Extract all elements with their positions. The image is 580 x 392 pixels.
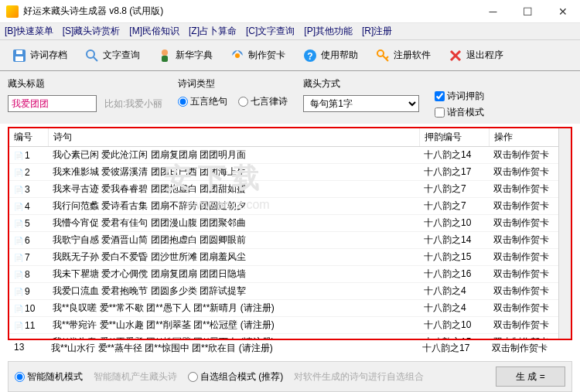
- toolbar-query[interactable]: 文字查询: [77, 44, 147, 67]
- col-rhyme[interactable]: 押韵编号: [419, 128, 489, 147]
- table-row[interactable]: 11我**带宛许 爱**山水趣 团**削翠茎 团**松冠壁 (请注册)十八韵之1…: [9, 317, 571, 334]
- table-row[interactable]: 8我未下瞿塘 爱才心倜傥 团扇复团扇 团团日隐墙十八韵之16双击制作贺卡: [9, 266, 571, 283]
- results-table: 编号 诗句 押韵编号 操作 1我心素已闲 爱此沧江闲 团扇复团扇 团团明月面十八…: [9, 128, 571, 340]
- card-icon: [230, 48, 245, 63]
- svg-point-5: [162, 49, 168, 56]
- table-row[interactable]: 4我行问范蠡 爱诗看古集 团扇不辞劳 团圆过朝夕十八韵之7双击制作贺卡: [9, 198, 571, 215]
- menu-register[interactable]: [R]注册: [362, 25, 392, 38]
- radio-custom-mode[interactable]: 自选组合模式 (推荐): [188, 370, 283, 383]
- app-icon: [6, 5, 19, 18]
- results-panel: 安下载 www.anxz.com 编号 诗句 押韵编号 操作 1我心素已闲 爱此…: [8, 127, 572, 340]
- overflow-row[interactable]: 13 我**山水行 爱**蒸牛径 团**惊围中 团**欣在目 (请注册) 十八韵…: [8, 340, 572, 356]
- custom-mode-hint: 对软件生成的诗句进行自选组合: [294, 370, 424, 383]
- scrollbar[interactable]: [558, 128, 571, 339]
- table-row[interactable]: 5我懵今宵促 爱君有佳句 团团漫山腹 团团聚邻曲十八韵之10双击制作贺卡: [9, 215, 571, 232]
- table-row[interactable]: 9我爱口流血 爱君抱晚节 团圆多少类 团辞试提挈十八韵之4双击制作贺卡: [9, 283, 571, 300]
- menu-fortune[interactable]: [Z]占卜算命: [189, 25, 237, 38]
- svg-rect-1: [15, 56, 23, 61]
- radio-wuyan[interactable]: 五言绝句: [178, 95, 227, 108]
- col-number[interactable]: 编号: [9, 128, 48, 147]
- menu-bar: [B]快速菜单 [S]藏头诗赏析 [M]民俗知识 [Z]占卜算命 [C]文字查询…: [0, 23, 580, 40]
- minimize-button[interactable]: ─: [476, 0, 510, 22]
- close-button[interactable]: ✕: [545, 0, 580, 22]
- menu-other[interactable]: [P]其他功能: [304, 25, 353, 38]
- menu-quick[interactable]: [B]快速菜单: [5, 25, 53, 38]
- toolbar-dict[interactable]: 新华字典: [150, 44, 220, 67]
- title-label: 藏头标题: [8, 77, 162, 90]
- col-poem[interactable]: 诗句: [48, 128, 419, 147]
- toolbar-save[interactable]: 诗词存档: [5, 44, 74, 67]
- menu-appreciate[interactable]: [S]藏头诗赏析: [63, 25, 121, 38]
- disk-icon: [12, 48, 27, 63]
- check-homophone[interactable]: 谐音模式: [435, 106, 484, 119]
- exit-icon: [448, 48, 463, 63]
- table-row[interactable]: 2我来准影城 爱彼潺溪清 团团日已西 团团海上生十八韵之17双击制作贺卡: [9, 164, 571, 181]
- table-row[interactable]: 6我歌宁自感 爱酒晋山简 团团抱虚白 团圆卿眼前十八韵之14双击制作贺卡: [9, 232, 571, 249]
- menu-folklore[interactable]: [M]民俗知识: [129, 25, 179, 38]
- table-row[interactable]: 1我心素已闲 爱此沧江闲 团扇复团扇 团团明月面十八韵之14双击制作贺卡: [9, 147, 571, 164]
- toolbar-help[interactable]: ?使用帮助: [295, 44, 365, 67]
- table-row[interactable]: 3我来寻古迹 爱我春睿碧 团团抱虚白 团团甜如蜜十八韵之7双击制作贺卡: [9, 181, 571, 198]
- check-rhyme[interactable]: 诗词押韵: [435, 90, 484, 103]
- toolbar-card[interactable]: 制作贺卡: [223, 44, 292, 67]
- method-label: 藏头方式: [303, 77, 419, 90]
- radio-qiyan[interactable]: 七言律诗: [238, 95, 288, 108]
- key-icon: [375, 48, 391, 63]
- menu-textquery[interactable]: [C]文字查询: [246, 25, 295, 38]
- svg-line-4: [94, 57, 97, 61]
- type-label: 诗词类型: [178, 77, 288, 90]
- toolbar-register[interactable]: 注册软件: [368, 44, 438, 67]
- table-row[interactable]: 7我既无子孙 爱白不爱昏 团沙世所滩 团扇羞风尘十八韵之15双击制作贺卡: [9, 249, 571, 266]
- svg-line-12: [386, 56, 388, 59]
- smart-mode-hint: 智能随机产生藏头诗: [94, 370, 177, 383]
- radio-smart-mode[interactable]: 智能随机模式: [15, 370, 83, 383]
- toolbar-exit[interactable]: 退出程序: [441, 44, 510, 67]
- title-hint: 比如:我爱小丽: [104, 97, 162, 111]
- svg-rect-2: [16, 50, 22, 54]
- svg-point-3: [87, 50, 94, 58]
- svg-point-10: [377, 50, 384, 56]
- help-icon: ?: [302, 48, 318, 63]
- book-icon: [157, 48, 172, 63]
- method-select[interactable]: 每句第1字: [303, 95, 419, 112]
- search-icon: [84, 48, 100, 63]
- svg-point-7: [235, 53, 240, 58]
- title-input[interactable]: [8, 95, 97, 112]
- table-row[interactable]: 12我**尝为蠢 爱**不爱登 团**松冠壁 团**墨下人 (请注册)十八韵之1…: [9, 334, 571, 341]
- generate-button[interactable]: 生 成 =: [496, 366, 565, 387]
- svg-text:?: ?: [307, 51, 312, 62]
- table-row[interactable]: 10我**良叹嗟 爱**常不歇 团**愚下人 团**新晴月 (请注册)十八韵之4…: [9, 300, 571, 317]
- svg-rect-6: [162, 56, 168, 62]
- maximize-button[interactable]: ☐: [510, 0, 545, 22]
- window-title: 好运来藏头诗生成器 v8.8 (试用版): [23, 5, 476, 18]
- toolbar: 诗词存档 文字查询 新华字典 制作贺卡 ?使用帮助 注册软件 退出程序: [0, 40, 580, 71]
